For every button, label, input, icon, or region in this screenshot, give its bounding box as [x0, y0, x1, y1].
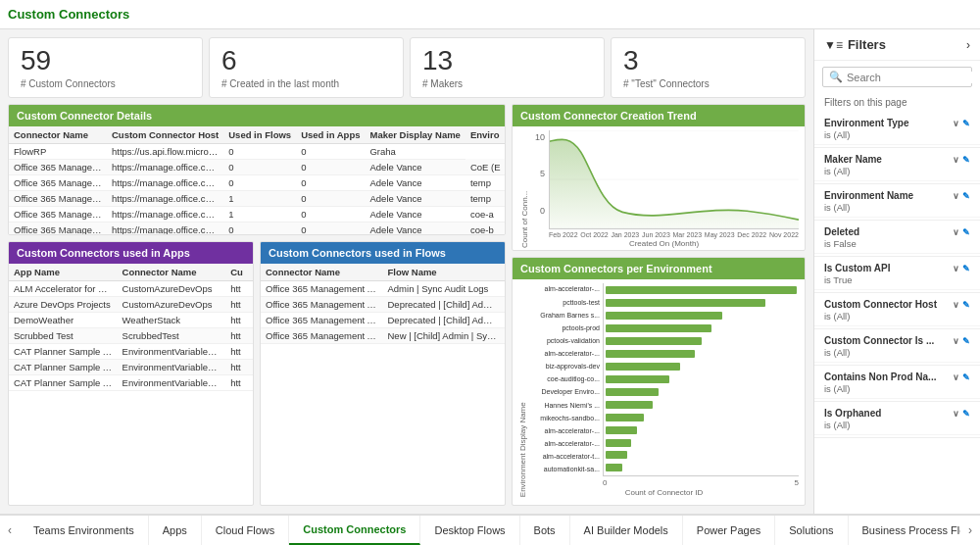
details-table-cell: 0 — [223, 159, 296, 174]
filter-chevron-5[interactable]: ∨ — [953, 300, 959, 310]
bar-label: alm-accelerator-... — [529, 283, 600, 295]
stat-label-2: # Makers — [422, 78, 592, 89]
apps-col-appname: App Name — [9, 264, 118, 281]
details-table-cell: 1 — [223, 190, 296, 206]
bar-row — [606, 373, 797, 385]
nav-prev[interactable]: ‹ — [0, 516, 20, 545]
flows-table-cell: Admin | Sync Audit Logs — [383, 280, 506, 296]
filter-value-6: is (All) — [824, 347, 970, 358]
x-axis-title: Created On (Month) — [529, 239, 799, 248]
nav-next[interactable]: › — [960, 516, 980, 545]
nav-tab-solutions[interactable]: Solutions — [775, 516, 848, 545]
filter-chevron-3[interactable]: ∨ — [953, 227, 959, 237]
filter-chevron-4[interactable]: ∨ — [953, 264, 959, 273]
bar-label: coe-auditlog-co... — [529, 373, 600, 385]
stat-number-1: 6 — [221, 46, 391, 76]
filter-item-6[interactable]: Custom Connector Is ...∨✎is (All) — [814, 331, 980, 363]
flows-table-cell: Deprecated | [Child] Admin | Sync Log — [383, 312, 506, 327]
nav-tab-power-pages[interactable]: Power Pages — [683, 516, 775, 545]
stat-label-1: # Created in the last month — [221, 78, 391, 89]
filter-chevron-6[interactable]: ∨ — [953, 336, 959, 346]
details-table-section: Custom Connector Details Connector Name … — [8, 104, 506, 235]
details-table-cell: 0 — [296, 174, 365, 190]
filter-item-3[interactable]: Deleted∨✎is False — [814, 223, 980, 254]
nav-tab-apps[interactable]: Apps — [149, 516, 202, 545]
filter-edit-7[interactable]: ✎ — [962, 372, 970, 382]
filter-value-3: is False — [824, 238, 970, 249]
apps-table-cell: ALM Accelerator for Power Platform — [9, 280, 118, 296]
flows-table-cell: New | [Child] Admin | Sync Log — [383, 327, 506, 343]
nav-tab-ai-builder-models[interactable]: AI Builder Models — [570, 516, 683, 545]
flows-table-row: Office 365 Management APIDeprecated | [C… — [261, 296, 505, 312]
bar-row — [606, 322, 797, 334]
stat-number-3: 3 — [623, 46, 793, 76]
bar-label: alm-accelerator-t... — [529, 451, 600, 463]
apps-table-section: Custom Connectors used in Apps App Name … — [8, 241, 254, 506]
filter-item-2[interactable]: Environment Name∨✎is (All) — [814, 186, 980, 218]
filter-item-7[interactable]: Contains Non Prod Na...∨✎is (All) — [814, 368, 980, 399]
apps-table-cell: Dataverse Prerequisite Validation — [9, 390, 118, 391]
filter-edit-2[interactable]: ✎ — [962, 191, 970, 201]
filter-name-7: Contains Non Prod Na...∨✎ — [824, 372, 970, 382]
nav-tab-desktop-flows[interactable]: Desktop Flows — [420, 516, 519, 545]
details-table-cell: Adele Vance — [365, 159, 465, 174]
line-chart-header: Custom Connector Creation Trend — [513, 105, 805, 126]
nav-tab-teams-environments[interactable]: Teams Environments — [20, 516, 149, 545]
details-table-cell: coe-b — [466, 222, 505, 234]
filter-chevron-0[interactable]: ∨ — [953, 119, 959, 128]
apps-table-row: CAT Planner Sample AppEnvironmentVariabl… — [9, 374, 253, 390]
apps-table-cell: CAT Planner Sample App — [9, 374, 118, 390]
nav-tab-bots[interactable]: Bots — [520, 516, 570, 545]
filter-chevron-8[interactable]: ∨ — [953, 409, 959, 419]
flows-table-cell: Office 365 Management API — [261, 296, 383, 312]
details-table-cell: Office 365 Management API — [9, 174, 107, 190]
apps-table-cell: htt — [225, 327, 253, 343]
search-input[interactable] — [847, 72, 980, 83]
bar-fill — [606, 426, 637, 434]
filter-item-5[interactable]: Custom Connector Host∨✎is (All) — [814, 295, 980, 326]
filter-item-0[interactable]: Environment Type∨✎is (All) — [814, 114, 980, 145]
filters-expand-icon[interactable]: › — [966, 38, 970, 52]
apps-table-cell: DemoWeather — [9, 312, 118, 327]
filter-edit-6[interactable]: ✎ — [962, 336, 970, 346]
filter-search-box[interactable]: 🔍 — [822, 67, 972, 87]
stat-card-2: 13 # Makers — [410, 37, 605, 98]
apps-table-row: ALM Accelerator for Power PlatformCustom… — [9, 280, 253, 296]
details-table-cell: https://manage.office.com/api /v1.0 — [107, 174, 223, 190]
details-table-cell: https://manage.office.com/api /v1.0 — [107, 206, 223, 222]
filter-edit-1[interactable]: ✎ — [962, 155, 970, 165]
filter-edit-8[interactable]: ✎ — [962, 409, 970, 419]
filter-edit-5[interactable]: ✎ — [962, 300, 970, 310]
col-env: Enviro — [466, 126, 505, 144]
nav-tab-cloud-flows[interactable]: Cloud Flows — [202, 516, 290, 545]
filter-edit-4[interactable]: ✎ — [962, 264, 970, 273]
bar-row — [606, 386, 797, 398]
filter-item-4[interactable]: Is Custom API∨✎is True — [814, 259, 980, 290]
filter-item-1[interactable]: Maker Name∨✎is (All) — [814, 150, 980, 181]
apps-col-connector: Connector Name — [118, 264, 226, 281]
filter-name-2: Environment Name∨✎ — [824, 190, 970, 201]
flows-table-header: Custom Connectors used in Flows — [261, 242, 505, 264]
bar-label: Developer Enviro... — [529, 386, 600, 398]
nav-tab-custom-connectors[interactable]: Custom Connectors — [289, 516, 420, 545]
filter-edit-0[interactable]: ✎ — [962, 119, 970, 128]
page-title: Custom Connectors — [8, 7, 129, 22]
bar-row — [606, 310, 797, 322]
details-table-cell: https://manage.office.com/api /v1.0 — [107, 222, 223, 234]
stat-label-3: # "Test" Connectors — [623, 78, 793, 89]
apps-table-row: CAT Planner Sample AppEnvironmentVariabl… — [9, 359, 253, 374]
bar-label: pctools-validation — [529, 335, 600, 347]
details-table-row: Office 365 Management APIhttps://manage.… — [9, 159, 505, 174]
filter-item-8[interactable]: Is Orphaned∨✎is (All) — [814, 404, 980, 435]
nav-tab-business-process-flows[interactable]: Business Process Flows — [849, 516, 960, 545]
filter-chevron-2[interactable]: ∨ — [953, 191, 959, 201]
filter-edit-3[interactable]: ✎ — [962, 227, 970, 237]
apps-table-row: CAT Planner Sample AppEnvironmentVariabl… — [9, 343, 253, 359]
filter-name-text-1: Maker Name — [824, 154, 882, 165]
filter-chevron-7[interactable]: ∨ — [953, 372, 959, 382]
bar-row — [606, 462, 797, 473]
filter-chevron-1[interactable]: ∨ — [953, 155, 959, 165]
details-table-cell: Adele Vance — [365, 174, 465, 190]
filter-name-text-0: Environment Type — [824, 118, 909, 128]
apps-table-cell: EnvironmentVariableConnector — [118, 359, 226, 374]
